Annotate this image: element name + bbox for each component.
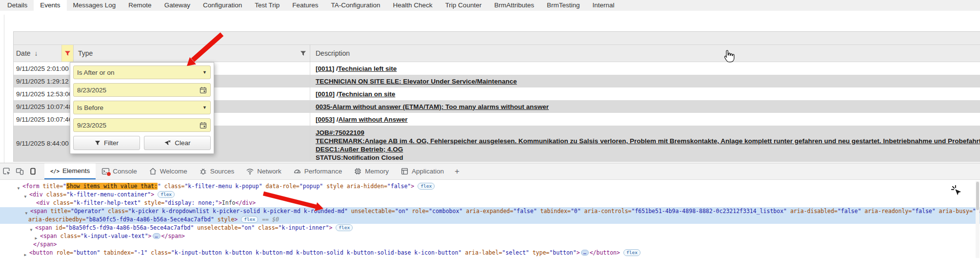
page-tab-details[interactable]: Details <box>1 0 34 11</box>
dock-panel-icon[interactable] <box>26 163 40 179</box>
code-token: class= <box>255 224 278 231</box>
page-tab-messages-log[interactable]: Messages Log <box>67 0 122 11</box>
page-tab-gateway[interactable]: Gateway <box>158 0 197 11</box>
devtools-code-line[interactable]: aria-describedby="b8a50fc5-fd9a-4a86-b56… <box>0 216 980 224</box>
page-tab-ta-configuration[interactable]: TA-Configuration <box>325 0 387 11</box>
chevron-down-icon[interactable]: ▼ <box>202 70 207 75</box>
description-link[interactable]: 0010 <box>318 90 333 98</box>
device-emulation-icon[interactable] <box>13 163 26 179</box>
code-token: > <box>234 216 238 223</box>
devtools-tab-console[interactable]: Console <box>96 163 143 179</box>
type-filter-icon[interactable] <box>300 45 306 62</box>
chevron-down-icon[interactable]: ▼ <box>202 105 207 110</box>
code-token: " <box>63 183 66 190</box>
console-icon <box>101 167 110 175</box>
description-link[interactable]: 0053 <box>318 116 333 123</box>
flex-badge[interactable]: flex <box>623 249 640 256</box>
page-tab-events[interactable]: Events <box>34 0 66 11</box>
inline-expand-button[interactable]: … <box>153 233 160 239</box>
code-token: aria-busy= <box>936 208 973 215</box>
calendar-icon[interactable] <box>200 122 207 129</box>
description-link[interactable]: Technician left site <box>338 65 397 72</box>
devtools-tab-network[interactable]: Network <box>240 163 287 179</box>
devtools-code-line[interactable]: ▶<span class="k-input-value-text">…</spa… <box>0 232 980 240</box>
inspect-icon[interactable] <box>0 163 13 179</box>
page-tab-brmtesting[interactable]: BrmTesting <box>540 0 586 11</box>
cell-date: 9/11/2025 12:53:00 <box>14 87 74 100</box>
scrollbar-thumb[interactable] <box>976 182 979 210</box>
devtools-tab-application[interactable]: Application <box>395 163 450 179</box>
code-token: class= <box>161 183 184 190</box>
devtools-code-line[interactable]: <div class="k-filter-help-text" style="d… <box>0 199 980 207</box>
description-link[interactable]: 0035-Alarm without answer (ETMA/TAM): To… <box>316 103 549 110</box>
code-token: "b8a50fc5-fd9a-4a86-b56a-5ece4ac7afbd" <box>65 224 194 231</box>
calendar-icon[interactable] <box>200 86 207 94</box>
code-token: class= <box>104 208 128 215</box>
code-token: Info <box>222 199 236 206</box>
console-error-badge <box>106 172 111 176</box>
date-filter-active-icon[interactable] <box>61 45 73 62</box>
filter-button-label: Filter <box>104 139 119 147</box>
flex-badge[interactable]: flex <box>158 191 175 198</box>
expand-arrow-icon[interactable]: ▶ <box>22 251 28 259</box>
devtools-tab-elements[interactable]: </>Elements <box>44 163 96 179</box>
devtools-code-line[interactable]: ▼<form title="Show items with value that… <box>0 182 980 191</box>
description-link[interactable]: TECHNICIAN ON SITE ELE: Elevator Under S… <box>316 78 517 85</box>
description-link[interactable]: TECHREMARK:Anlage AB im 4. OG, Fehlerspe… <box>316 137 980 145</box>
code-token: "Operator" <box>71 208 104 215</box>
date2-input[interactable]: 9/23/2025 <box>73 118 211 132</box>
description-line: STATUS:Notification Closed <box>316 153 980 161</box>
devtools-tab-label: Sources <box>210 168 235 175</box>
date-column-label: Date <box>16 49 31 57</box>
flex-badge[interactable]: flex <box>336 224 353 231</box>
code-token: > <box>148 233 152 239</box>
devtools-tab-memory[interactable]: Memory <box>348 163 395 179</box>
operator1-dropdown[interactable]: Is After or on ▼ <box>73 65 211 79</box>
description-link[interactable]: 0011 <box>318 65 332 72</box>
page-tab-test-trip[interactable]: Test Trip <box>248 0 286 11</box>
devtools-code-line[interactable]: </span> <box>0 240 980 249</box>
flex-badge[interactable]: flex <box>241 216 258 223</box>
devtools-code-line[interactable]: ▼<div class="k-filter-menu-container">fl… <box>0 191 980 199</box>
cell-description: 0035-Alarm without answer (ETMA/TAM): To… <box>310 100 980 113</box>
column-header-description[interactable]: Description <box>310 45 980 62</box>
devtools-scrollbar[interactable] <box>976 181 980 258</box>
devtools-toolbar: </>ElementsConsoleWelcomeSourcesNetworkP… <box>0 163 980 180</box>
description-link[interactable]: Technician on site <box>339 90 396 98</box>
cell-description: JOB#:75022109TECHREMARK:Anlage AB im 4. … <box>310 126 980 161</box>
flex-badge[interactable]: flex <box>418 183 435 190</box>
devtools-tab-label: Console <box>113 168 137 175</box>
code-token: "k-input-value-text" <box>80 233 148 239</box>
description-column-label: Description <box>316 49 350 57</box>
devtools-code-line[interactable]: ▼<span id="b8a50fc5-fd9a-4a86-b56a-5ece4… <box>0 224 980 232</box>
devtools-code-line[interactable]: ▶<button role="button" tabindex="-1" cla… <box>0 249 980 257</box>
page-tab-features[interactable]: Features <box>286 0 324 11</box>
page-tab-configuration[interactable]: Configuration <box>197 0 248 11</box>
filter-button[interactable]: Filter <box>73 136 140 150</box>
description-link[interactable]: DESC1:Außer Betrieb; 4.OG <box>316 146 403 153</box>
devtools-code-line[interactable]: ▼<span title="Operator" class="k-picker … <box>0 207 980 216</box>
page-tab-remote[interactable]: Remote <box>122 0 158 11</box>
more-tabs-button[interactable]: + <box>450 163 464 179</box>
inline-expand-button[interactable]: … <box>581 250 589 256</box>
devtools-tab-welcome[interactable]: Welcome <box>143 163 193 179</box>
date1-input[interactable]: 8/23/2025 <box>73 83 211 97</box>
page-tab-health-check[interactable]: Health Check <box>387 0 439 11</box>
code-token: <button <box>29 249 53 256</box>
date1-value: 8/23/2025 <box>77 86 200 94</box>
code-token: aria-hidden= <box>343 183 387 190</box>
devtools-tab-performance[interactable]: Performance <box>287 163 348 179</box>
page-tab-internal[interactable]: Internal <box>586 0 620 11</box>
devtools-tab-sources[interactable]: Sources <box>193 163 240 179</box>
description-text: ] / <box>332 65 338 72</box>
column-header-date[interactable]: Date ↓ <box>14 45 74 62</box>
operator2-dropdown[interactable]: Is Before ▼ <box>73 101 211 114</box>
page-tab-trip-counter[interactable]: Trip Counter <box>439 0 488 11</box>
description-link[interactable]: Alarm without Answer <box>339 116 408 123</box>
code-token: aria-readonly= <box>861 208 912 215</box>
page-tab-brmattributes[interactable]: BrmAttributes <box>488 0 540 11</box>
clear-button[interactable]: Clear <box>144 136 211 150</box>
code-token: style= <box>141 199 164 206</box>
description-link[interactable]: JOB#:75022109 <box>316 129 364 136</box>
column-header-type[interactable]: Type <box>74 45 310 62</box>
